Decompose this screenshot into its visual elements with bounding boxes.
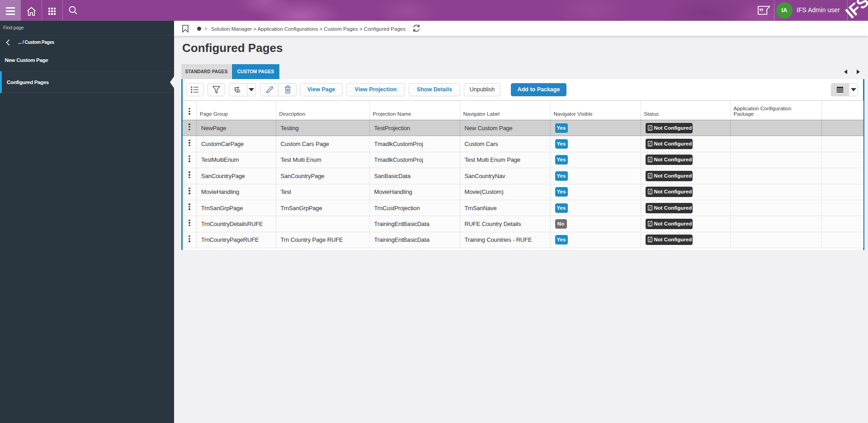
svg-text:”: ” bbox=[759, 6, 764, 15]
